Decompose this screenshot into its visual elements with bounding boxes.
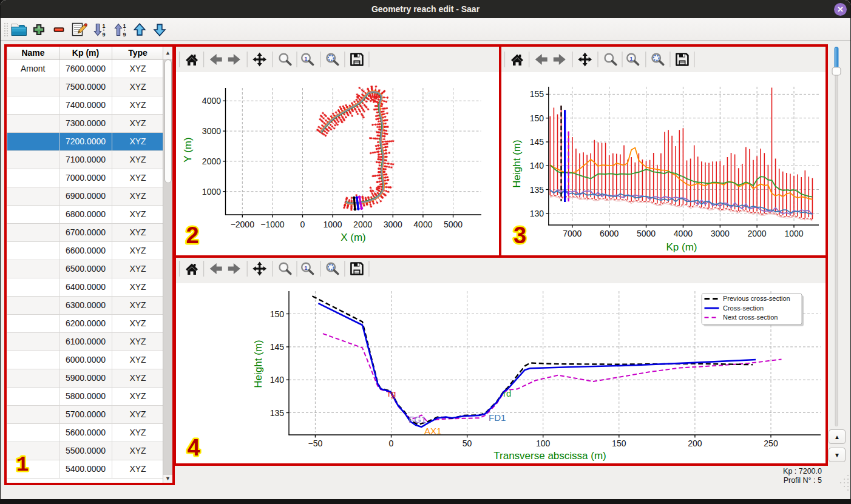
svg-text:2: 2 [186,223,198,248]
svg-text:1: 1 [16,453,29,477]
svg-text:3: 3 [514,223,526,248]
svg-text:4: 4 [187,435,200,460]
